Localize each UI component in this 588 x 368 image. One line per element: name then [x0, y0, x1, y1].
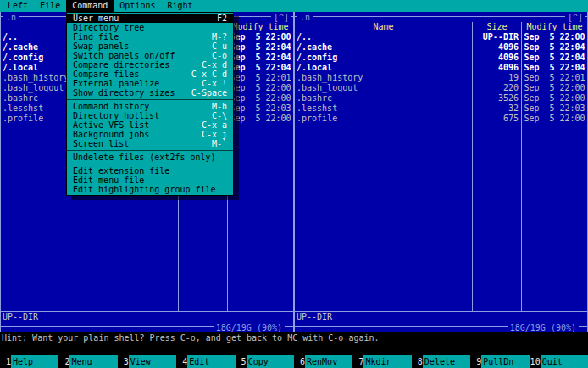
menu-entry[interactable]: Edit extension file: [67, 166, 233, 176]
file-row[interactable]: /.cache 4096 Sep 5 22:04: [295, 42, 587, 53]
function-key[interactable]: 4Edit: [176, 355, 235, 368]
file-mtime-cell: Sep 5 22:00: [521, 32, 587, 42]
menu-entry[interactable]: Command history M-h: [67, 102, 233, 111]
right-panel-history-button[interactable]: [^]: [565, 13, 585, 22]
right-panel-bottom-frame: 18G/19G (90%): [295, 322, 587, 332]
right-panel: .n [^] Name Size Modify time /.. UP--DIR…: [294, 12, 588, 332]
menu-entry-shortcut: C-Space: [191, 88, 227, 98]
left-free-space: 18G/19G (90%): [214, 323, 285, 332]
function-key[interactable]: 3View: [118, 355, 176, 368]
function-key-number: 8: [412, 355, 423, 368]
menu-entry-shortcut: C-x j: [202, 130, 227, 139]
right-file-area: /.. UP--DIR Sep 5 22:00 /.cache 4096 Sep…: [295, 32, 587, 311]
function-key-label: PullDn: [481, 355, 529, 368]
menu-entry[interactable]: Switch panels on/off C-o: [67, 51, 233, 60]
menu-entry[interactable]: [67, 162, 233, 166]
function-key[interactable]: 7Mkdir: [352, 355, 411, 368]
function-key-label: View: [129, 355, 176, 368]
file-mtime-cell: Sep 5 22:01: [521, 73, 587, 83]
menu-entry[interactable]: Screen list M-`: [67, 139, 233, 148]
right-mini-status: UP--DIR: [295, 311, 587, 322]
menu-entry[interactable]: [67, 98, 233, 102]
menu-bar-item[interactable]: Left: [2, 0, 34, 12]
menu-entry[interactable]: Compare directories C-x d: [67, 60, 233, 70]
column-name-header[interactable]: Name: [295, 22, 472, 32]
menu-entry[interactable]: Background jobs C-x j: [67, 130, 233, 139]
file-row[interactable]: .bash_logout 220 Sep 5 22:00: [295, 83, 587, 93]
menu-entry-shortcut: C-x !: [202, 79, 227, 88]
menu-entry-label: Command history: [73, 102, 149, 111]
function-key-label: RenMov: [305, 355, 352, 368]
function-key[interactable]: 9PullDn: [470, 355, 529, 368]
shell-prompt-line[interactable]: midnight@commander:~$: [0, 343, 588, 355]
menu-entry[interactable]: Find file M-?: [67, 32, 233, 42]
left-panel-history-button[interactable]: [^]: [271, 13, 291, 22]
menu-entry-shortcut: F2: [217, 14, 227, 23]
menu-entry[interactable]: Undelete files (ext2fs only): [67, 153, 233, 162]
menu-entry[interactable]: [67, 148, 233, 153]
function-key-number: 5: [236, 355, 247, 368]
column-mtime-header[interactable]: Modify time: [227, 22, 293, 32]
file-mtime-cell: Sep 5 22:04: [227, 42, 293, 53]
function-key-number: 10: [530, 355, 541, 368]
menu-entry-label: Show directory sizes: [73, 88, 175, 98]
file-row[interactable]: /.. UP--DIR Sep 5 22:00: [295, 32, 587, 42]
file-size-cell: UP--DIR: [472, 32, 521, 42]
menu-bar-item[interactable]: Options: [114, 0, 161, 12]
file-row[interactable]: /.local 4096 Sep 5 22:04: [295, 63, 587, 73]
function-key[interactable]: 8Delete: [412, 355, 470, 368]
menu-entry[interactable]: Show directory sizes C-Space: [67, 88, 233, 98]
menu-entry-shortcut: M-?: [212, 32, 227, 42]
menu-entry-label: External panelize: [73, 79, 159, 88]
menu-entry[interactable]: Edit highlighting group file: [67, 185, 233, 194]
menu-entry-shortcut: C-u: [212, 42, 227, 51]
menu-entry-label: Active VFS list: [73, 120, 149, 130]
function-key-label: Help: [11, 355, 58, 368]
function-key-label: Quit: [541, 355, 588, 368]
right-panel-empty-area: [295, 124, 587, 311]
file-size-cell: 4096: [472, 42, 521, 53]
file-row[interactable]: .bash_history 19 Sep 5 22:01: [295, 73, 587, 83]
function-key-number: 1: [0, 355, 11, 368]
menu-entry[interactable]: External panelize C-x !: [67, 79, 233, 88]
menu-bar-item[interactable]: File: [34, 0, 66, 12]
function-key-label: Mkdir: [363, 355, 411, 368]
file-mtime-cell: Sep 5 22:04: [521, 63, 587, 73]
file-mtime-cell: Sep 5 22:00: [521, 93, 587, 103]
menu-bar-item[interactable]: Right: [162, 0, 199, 12]
column-mtime-header[interactable]: Modify time: [521, 22, 587, 32]
menu-entry[interactable]: Compare files C-x C-d: [67, 70, 233, 79]
menu-entry-shortcut: M-`: [212, 139, 227, 148]
menu-entry-label: Screen list: [73, 139, 129, 148]
function-key[interactable]: 10Quit: [530, 355, 588, 368]
function-key[interactable]: 2Menu: [58, 355, 117, 368]
menu-entry-shortcut: C-\: [212, 111, 227, 120]
menu-bar-item[interactable]: Command: [66, 0, 114, 12]
file-name-cell: .bashrc: [295, 93, 472, 103]
command-menu-dropdown: User menu F2 Directory tree Find file M-…: [66, 12, 234, 196]
menu-entry[interactable]: Directory hotlist C-\: [67, 111, 233, 120]
menu-entry[interactable]: Edit menu file: [67, 176, 233, 185]
function-key[interactable]: 5Copy: [236, 355, 294, 368]
menu-entry[interactable]: Active VFS list C-x a: [67, 120, 233, 130]
file-mtime-cell: Sep 5 22:04: [521, 42, 587, 53]
menu-entry-label: Swap panels: [73, 42, 129, 51]
menu-entry-label: Edit menu file: [73, 176, 144, 185]
file-row[interactable]: .bashrc 3526 Sep 5 22:00: [295, 93, 587, 103]
function-key[interactable]: 1Help: [0, 355, 58, 368]
menu-entry-label: Compare files: [73, 70, 139, 79]
column-size-header[interactable]: Size: [472, 22, 521, 32]
menu-entry-label: Background jobs: [73, 130, 149, 139]
file-row[interactable]: .lesshst 32 Sep 5 22:03: [295, 103, 587, 114]
file-row[interactable]: .profile 675 Sep 5 22:00: [295, 114, 587, 124]
file-mtime-cell: Sep 5 22:03: [521, 103, 587, 114]
file-mtime-cell: Sep 5 22:00: [227, 32, 293, 42]
file-row[interactable]: /.config 4096 Sep 5 22:04: [295, 53, 587, 63]
file-name-cell: /.cache: [295, 42, 472, 53]
right-column-headers: Name Size Modify time: [295, 22, 587, 32]
file-name-cell: /..: [295, 32, 472, 42]
menu-entry[interactable]: Swap panels C-u: [67, 42, 233, 51]
function-key[interactable]: 6RenMov: [294, 355, 352, 368]
menu-entry[interactable]: User menu F2: [67, 14, 233, 23]
menu-entry[interactable]: Directory tree: [67, 23, 233, 32]
